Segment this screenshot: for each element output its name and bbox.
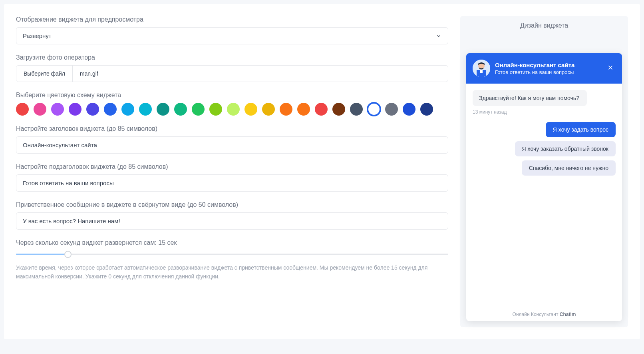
chat-body: Здравствуйте! Как я могу вам помочь? 13 … <box>466 84 622 308</box>
color-swatch[interactable] <box>385 103 398 116</box>
color-swatch[interactable] <box>51 103 64 116</box>
greeting-input[interactable] <box>16 212 448 230</box>
slider-track <box>16 254 448 255</box>
footer-brand: Chatim <box>560 312 576 317</box>
color-swatch[interactable] <box>420 103 433 116</box>
chat-title: Онлайн-консультант сайта <box>495 62 600 68</box>
color-swatch[interactable] <box>297 103 310 116</box>
timeout-helper-text: Укажите время, через которое сработает а… <box>16 263 448 281</box>
close-icon[interactable] <box>605 62 616 74</box>
preview-mode-value: Развернут <box>23 32 52 39</box>
preview-mode-label: Отображение виджета для предпросмотра <box>16 16 448 23</box>
chat-subtitle: Готов ответить на ваши вопросы <box>495 69 600 75</box>
color-swatch[interactable] <box>350 103 363 116</box>
quick-reply-button[interactable]: Я хочу задать вопрос <box>546 122 616 137</box>
quick-reply-button[interactable]: Спасибо, мне ничего не нужно <box>522 160 616 176</box>
message-timestamp: 13 минут назад <box>473 109 616 115</box>
svg-rect-3 <box>480 70 483 73</box>
title-field-label: Настройте заголовок виджета (до 85 симво… <box>16 125 448 132</box>
chevron-down-icon <box>436 33 441 39</box>
color-swatch[interactable] <box>332 103 345 116</box>
color-swatch[interactable] <box>157 103 169 116</box>
color-swatch[interactable] <box>403 103 415 116</box>
color-swatch[interactable] <box>192 103 205 116</box>
file-choose-button[interactable]: Выберите файл <box>16 66 73 82</box>
title-input[interactable] <box>16 136 448 154</box>
color-swatch[interactable] <box>86 103 99 116</box>
color-swatch[interactable] <box>280 103 292 116</box>
color-swatch[interactable] <box>174 103 187 116</box>
color-swatch[interactable] <box>69 103 81 116</box>
color-swatch[interactable] <box>121 103 134 116</box>
color-palette <box>16 103 448 116</box>
preview-panel: Дизайн виджета Онлайн-консультант сайта <box>460 16 628 327</box>
photo-file-input[interactable]: Выберите файл man.gif <box>16 65 448 82</box>
color-swatch[interactable] <box>368 103 380 116</box>
color-swatch[interactable] <box>34 103 46 116</box>
chat-header: Онлайн-консультант сайта Готов ответить … <box>466 53 622 84</box>
chat-header-text: Онлайн-консультант сайта Готов ответить … <box>495 62 600 75</box>
settings-form: Отображение виджета для предпросмотра Ра… <box>16 16 448 327</box>
color-swatch[interactable] <box>139 103 152 116</box>
color-swatch[interactable] <box>227 103 240 116</box>
slider-thumb[interactable] <box>64 251 72 258</box>
photo-upload-label: Загрузите фото оператора <box>16 54 448 61</box>
operator-avatar <box>473 60 490 77</box>
slider-fill <box>16 254 68 255</box>
greeting-message: Здравствуйте! Как я могу вам помочь? <box>473 90 587 106</box>
color-swatch[interactable] <box>315 103 328 116</box>
quick-reply-button[interactable]: Я хочу заказать обратный звонок <box>515 141 616 156</box>
color-swatch[interactable] <box>104 103 117 116</box>
color-swatch[interactable] <box>244 103 257 116</box>
timeout-label: Через сколько секунд виджет развернется … <box>16 239 448 246</box>
chat-widget-preview: Онлайн-консультант сайта Готов ответить … <box>466 53 622 321</box>
color-swatch[interactable] <box>209 103 222 116</box>
color-swatch[interactable] <box>16 103 29 116</box>
file-name-display: man.gif <box>73 66 448 82</box>
color-swatch[interactable] <box>262 103 275 116</box>
preview-mode-select[interactable]: Развернут <box>16 27 448 44</box>
chat-footer: Онлайн Консультант Chatim <box>466 308 622 321</box>
preview-title: Дизайн виджета <box>466 22 622 29</box>
color-scheme-label: Выберите цветовую схему виджета <box>16 92 448 99</box>
subtitle-input[interactable] <box>16 174 448 192</box>
subtitle-field-label: Настройте подзаголовок виджета (до 85 си… <box>16 163 448 170</box>
greeting-field-label: Приветственное сообщение в виджете в свё… <box>16 201 448 208</box>
timeout-slider[interactable] <box>16 250 448 258</box>
